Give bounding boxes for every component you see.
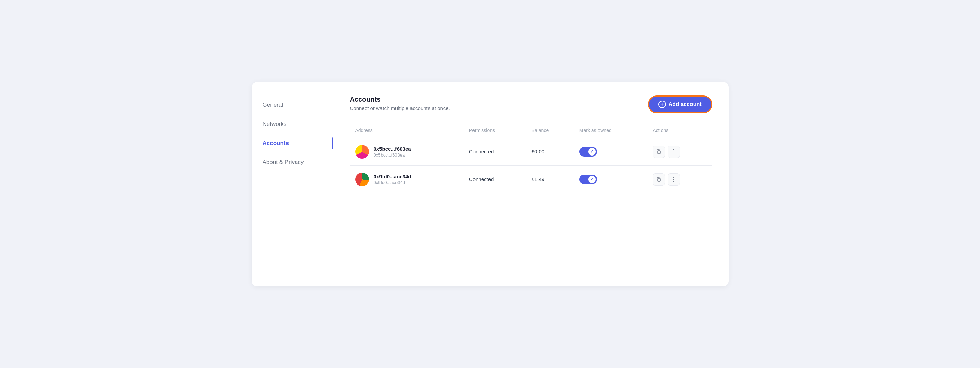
mark-owned-toggle-1[interactable]: ✓	[579, 174, 597, 184]
svg-rect-0	[658, 151, 660, 154]
add-account-button[interactable]: + Add account	[648, 96, 712, 113]
account-name-0: 0x5bcc...f603ea	[374, 146, 411, 152]
svg-rect-1	[658, 178, 660, 181]
address-cell-1: 0x9fd0...ace34d 0x9fd0...ace34d	[350, 165, 464, 193]
table-row: 0x9fd0...ace34d 0x9fd0...ace34d Connecte…	[350, 165, 712, 193]
more-icon-1: ⋮	[671, 176, 677, 182]
account-name-1: 0x9fd0...ace34d	[374, 174, 412, 179]
owned-cell-1: ✓	[574, 165, 648, 193]
actions-cell-1: ⋮	[647, 165, 712, 193]
mark-owned-toggle-0[interactable]: ✓	[579, 147, 597, 157]
sidebar-item-accounts[interactable]: Accounts	[252, 134, 333, 153]
account-sub-0: 0x5bcc...f603ea	[374, 152, 411, 158]
more-icon-0: ⋮	[671, 149, 677, 155]
toggle-knob-0: ✓	[588, 148, 596, 155]
balance-cell-1: £1.49	[526, 165, 574, 193]
table-row: 0x5bcc...f603ea 0x5bcc...f603ea Connecte…	[350, 138, 712, 165]
account-avatar-0	[355, 145, 369, 158]
checkmark-icon-1: ✓	[590, 177, 594, 182]
copy-button-0[interactable]	[653, 146, 665, 158]
account-avatar-1	[355, 173, 369, 186]
permissions-value-0: Connected	[469, 149, 494, 155]
owned-cell-0: ✓	[574, 138, 648, 165]
account-sub-1: 0x9fd0...ace34d	[374, 180, 412, 185]
balance-cell-0: £0.00	[526, 138, 574, 165]
sidebar-item-about-privacy[interactable]: About & Privacy	[252, 153, 333, 172]
sidebar-general-label: General	[262, 102, 283, 108]
balance-value-0: £0.00	[532, 149, 545, 155]
sidebar-about-label: About & Privacy	[262, 159, 304, 165]
sidebar-networks-label: Networks	[262, 121, 287, 127]
header-row: Accounts Connect or watch multiple accou…	[350, 96, 712, 113]
copy-icon-1	[656, 177, 662, 182]
toggle-knob-1: ✓	[588, 176, 596, 183]
col-actions: Actions	[647, 124, 712, 138]
balance-value-1: £1.49	[532, 176, 545, 182]
accounts-table: Address Permissions Balance Mark as owne…	[350, 124, 712, 193]
plus-icon: +	[659, 101, 666, 108]
col-permissions: Permissions	[464, 124, 526, 138]
checkmark-icon-0: ✓	[590, 149, 594, 154]
permissions-value-1: Connected	[469, 176, 494, 182]
title-block: Accounts Connect or watch multiple accou…	[350, 96, 450, 111]
more-button-1[interactable]: ⋮	[668, 173, 680, 186]
col-mark-owned: Mark as owned	[574, 124, 648, 138]
col-balance: Balance	[526, 124, 574, 138]
actions-cell-0: ⋮	[647, 138, 712, 165]
copy-icon-0	[656, 149, 662, 155]
settings-container: General Networks Accounts About & Privac…	[252, 82, 729, 286]
more-button-0[interactable]: ⋮	[668, 146, 680, 158]
sidebar-item-general[interactable]: General	[252, 96, 333, 115]
sidebar: General Networks Accounts About & Privac…	[252, 82, 334, 286]
col-address: Address	[350, 124, 464, 138]
page-title: Accounts	[350, 96, 450, 103]
table-header-row: Address Permissions Balance Mark as owne…	[350, 124, 712, 138]
sidebar-item-networks[interactable]: Networks	[252, 115, 333, 134]
permissions-cell-1: Connected	[464, 165, 526, 193]
main-content: Accounts Connect or watch multiple accou…	[334, 82, 729, 286]
page-subtitle: Connect or watch multiple accounts at on…	[350, 106, 450, 111]
copy-button-1[interactable]	[653, 173, 665, 186]
permissions-cell-0: Connected	[464, 138, 526, 165]
address-cell-0: 0x5bcc...f603ea 0x5bcc...f603ea	[350, 138, 464, 165]
add-account-label: Add account	[669, 101, 702, 107]
sidebar-accounts-label: Accounts	[262, 140, 289, 146]
